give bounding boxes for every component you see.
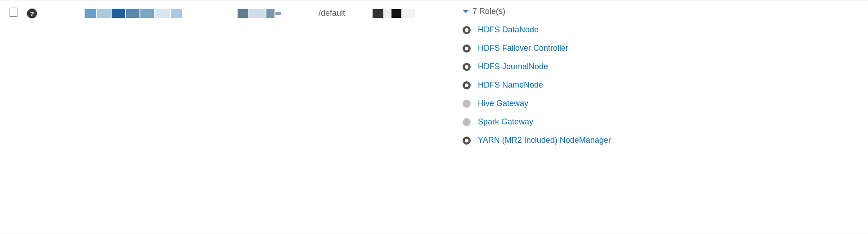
- ip-value: [238, 9, 282, 18]
- checkbox-cell: [9, 7, 27, 19]
- roles-cell: 7 Role(s) HDFS DataNodeHDFS Failover Con…: [463, 7, 859, 150]
- roles-toggle[interactable]: 7 Role(s): [463, 7, 859, 16]
- role-link[interactable]: YARN (MR2 Included) NodeManager: [478, 136, 611, 145]
- status-stopped-icon: [463, 26, 471, 34]
- role-item: HDFS JournalNode: [463, 57, 859, 76]
- host-link[interactable]: [85, 9, 183, 18]
- chevron-down-icon: [463, 10, 469, 13]
- help-icon[interactable]: ?: [27, 9, 37, 18]
- cluster-link[interactable]: [373, 9, 416, 18]
- role-item: Hive Gateway: [463, 94, 859, 113]
- status-stopped-icon: [463, 137, 471, 145]
- host-row: ? /default 7 Role(s) HDFS DataNodeHDFS F…: [0, 0, 868, 234]
- rack-cell: /default: [319, 7, 373, 18]
- role-link[interactable]: Hive Gateway: [478, 99, 528, 108]
- status-none-icon: [463, 118, 471, 126]
- role-link[interactable]: HDFS NameNode: [478, 80, 543, 90]
- row-checkbox[interactable]: [9, 8, 18, 17]
- role-link[interactable]: HDFS JournalNode: [478, 62, 548, 71]
- role-item: YARN (MR2 Included) NodeManager: [463, 131, 859, 150]
- status-none-icon: [463, 100, 471, 108]
- role-link[interactable]: HDFS Failover Controller: [478, 44, 568, 53]
- cluster-cell: [373, 7, 463, 18]
- role-item: HDFS Failover Controller: [463, 39, 859, 57]
- roles-summary: 7 Role(s): [472, 7, 505, 16]
- role-link[interactable]: HDFS DataNode: [478, 25, 539, 35]
- role-item: Spark Gateway: [463, 113, 859, 131]
- status-stopped-icon: [463, 63, 471, 71]
- role-item: HDFS DataNode: [463, 21, 859, 39]
- status-stopped-icon: [463, 44, 471, 53]
- ip-cell: [238, 7, 319, 18]
- status-cell: ?: [27, 7, 44, 18]
- rack-value: /default: [319, 9, 345, 18]
- role-item: HDFS NameNode: [463, 76, 859, 94]
- status-stopped-icon: [463, 81, 471, 89]
- roles-list: HDFS DataNodeHDFS Failover ControllerHDF…: [463, 21, 859, 150]
- role-link[interactable]: Spark Gateway: [478, 117, 533, 127]
- host-cell: [44, 7, 238, 18]
